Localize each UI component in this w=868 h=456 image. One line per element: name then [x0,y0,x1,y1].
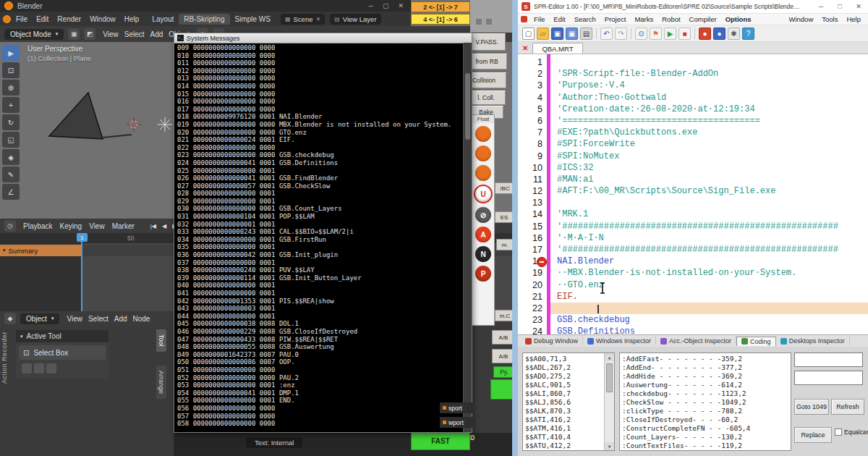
close-tab-icon[interactable]: ✕ [522,44,528,54]
code-line[interactable]: 5'Creation·date:·26-08-2020·at·12:19:34 [518,104,868,115]
spr-title-bar[interactable]: S SPR-Editor 1.00 - [F:\00_MR\PB_MiniRob… [518,0,868,14]
node-editor-icon[interactable]: ◆ [4,313,16,324]
cursor-tool-icon[interactable]: ⊕ [2,80,20,96]
clear-icon[interactable]: ✕ [315,16,320,22]
bottom-tab-2[interactable]: Acc.-Object Inspector [656,337,736,345]
transform-tool-icon[interactable]: ◈ [2,149,20,165]
code-line[interactable]: 10#ICS:32 [518,162,868,174]
sidebar-tab-arrange[interactable]: Arrange [156,366,166,399]
code-line[interactable]: 14'MRK.1 [518,208,868,220]
save-icon[interactable]: ▣ [551,28,563,40]
quickbutton-a-icon[interactable]: A [475,227,491,242]
blender-maximize-button[interactable]: ▢ [383,2,389,9]
spr-menu-marks[interactable]: Marks [630,14,658,24]
scroll-up-icon[interactable]: ▲ [605,353,614,361]
scrollbar-thumb[interactable] [606,363,613,392]
quickbutton-lcoll[interactable]: l. Coll. [467,90,506,105]
save-all-icon[interactable]: ▣ [566,28,578,40]
scale-tool-icon[interactable]: ◱ [2,132,20,148]
timeline-menu-view[interactable]: View [85,222,109,230]
overlay-item-wport[interactable]: wport [440,417,473,428]
list-item[interactable]: $$ALI,860,7 [525,389,603,398]
labels-list[interactable]: :AddEFast- - - - - - - -359,2:AddEnd- - … [619,352,791,451]
quickbutton-counter-1[interactable]: 2 <- [1] -> 7 [411,1,470,12]
code-line[interactable]: 13 [518,197,868,208]
scrollbar-thumb[interactable] [465,73,470,140]
goto-button[interactable]: Goto 1049 [794,399,829,415]
quickbutton-green-blank[interactable] [490,379,515,400]
playhead[interactable]: 1 [77,233,88,242]
list-item[interactable]: :CloseIfDestroyed- - - -60,2 [622,415,788,424]
code-line[interactable]: 1 [518,56,868,68]
list-item[interactable]: $$ATI,416,2 [525,415,603,424]
undo-icon[interactable]: ↶ [600,28,613,40]
quickbutton-orange-icon[interactable] [475,145,491,161]
blender-minimize-button[interactable]: ─ [369,2,373,9]
scroll-down-icon[interactable]: ▼ [605,442,614,450]
summary-channel[interactable]: ▾ Summary [0,245,81,256]
plane-mesh[interactable] [103,135,132,138]
shading-icon[interactable]: ▣ [68,28,80,40]
move-tool-icon[interactable]: + [2,97,20,113]
workspace-tab-1[interactable]: RB-Skripting [179,14,229,25]
variables-list[interactable]: $$A00,71,3$$ADL,267,2$$ADO,275,2$$ALC,90… [522,352,615,451]
menu-render[interactable]: Render [53,14,85,25]
list-item[interactable]: $$ALC,901,5 [525,381,603,389]
spr-close-button[interactable]: ✕ [849,0,868,14]
replace-button[interactable]: Replace [794,427,832,443]
list-item[interactable]: :Count_Layers- - - - - -130,2 [622,433,788,442]
quickbutton-orange-icon[interactable] [475,165,491,181]
mode-selector[interactable]: Object Mode ▾ [4,29,64,40]
node-menu-view[interactable]: View [64,315,85,323]
code-line[interactable]: 2'SPR·Script-file:·Blender-AddOn [518,68,868,80]
select-box-tool-icon[interactable]: ▶ [2,45,20,61]
list-item[interactable]: $$ATM,416,1 [525,424,603,433]
float-window-title[interactable]: Float [472,115,494,123]
spr-maximize-button[interactable]: □ [830,0,849,14]
editor-type-clock-icon[interactable]: ◷ [4,220,16,232]
rotate-tool-icon[interactable]: ↻ [2,114,20,130]
view-layer-selector[interactable]: ▤ View Layer [330,14,380,25]
redo-icon[interactable]: ↷ [615,28,627,40]
list-item[interactable]: $$ATU,412,2 [525,442,603,450]
spr-menu-search[interactable]: Search [570,14,600,24]
tool-option-icon[interactable] [46,363,56,373]
cone-mesh[interactable] [49,93,103,139]
overlay-item-sport[interactable]: sport [440,402,473,413]
quickbutton-vpass[interactable]: V.PASS. [468,33,506,51]
active-tool-panel-header[interactable]: ▾ Active Tool [16,330,109,342]
code-line[interactable]: 20··GTO.enz [518,279,868,291]
timeline-menu-playback[interactable]: Playback [20,222,56,230]
code-line[interactable]: 6'====================================== [518,115,868,127]
quickbutton-counter-2[interactable]: 4 <- [1] -> 6 [411,14,470,25]
quickbutton-from-rb[interactable]: from RB [467,54,507,69]
inspector-input-2[interactable] [794,371,863,385]
code-line[interactable]: 24GSB.Definitions [518,326,868,334]
spr-menu-compiler[interactable]: Compiler [685,14,721,24]
spr-minimize-button[interactable]: ─ [812,0,830,14]
bottom-tab-4[interactable]: Desktops Inspector [776,337,850,345]
tool-option-icon[interactable] [34,363,44,373]
code-line[interactable]: 22 [518,303,868,314]
select-box-tool[interactable]: ⊡ Select Box [19,345,106,360]
quickbutton-es[interactable]: ES [495,211,514,223]
list-item[interactable]: :checkdebug- - - - - - -1123,2 [622,389,788,398]
bottom-tab-0[interactable]: Debug Window [521,337,583,345]
blender-logo-icon[interactable] [3,15,11,23]
menu-window[interactable]: Window [85,14,120,25]
annotate-tool-icon[interactable]: ✎ [2,166,20,182]
list-item[interactable]: :Auswertung- - - - - - -614,2 [622,381,788,389]
quickbutton-fast[interactable]: FAST [411,432,470,450]
code-line[interactable]: 3'Purpose:·V.4 [518,80,868,91]
quickbutton-m[interactable]: m. [496,239,514,250]
viewport-menu-view[interactable]: View [100,30,122,38]
node-menu-node[interactable]: Node [130,315,153,323]
list-item[interactable]: $$ALK,870,3 [525,407,603,415]
code-line[interactable]: 17'#####################################… [518,244,868,256]
list-scrollbar[interactable]: ▲ ▼ [604,353,614,450]
list-item[interactable]: $$ATT,410,4 [525,433,603,442]
quickbutton-orange-icon[interactable] [475,126,491,142]
bookmark-flag-icon[interactable]: ⚑ [650,28,662,40]
sidebar-tab-tool[interactable]: Tool [156,329,166,352]
tool-option-icon[interactable] [22,363,32,373]
